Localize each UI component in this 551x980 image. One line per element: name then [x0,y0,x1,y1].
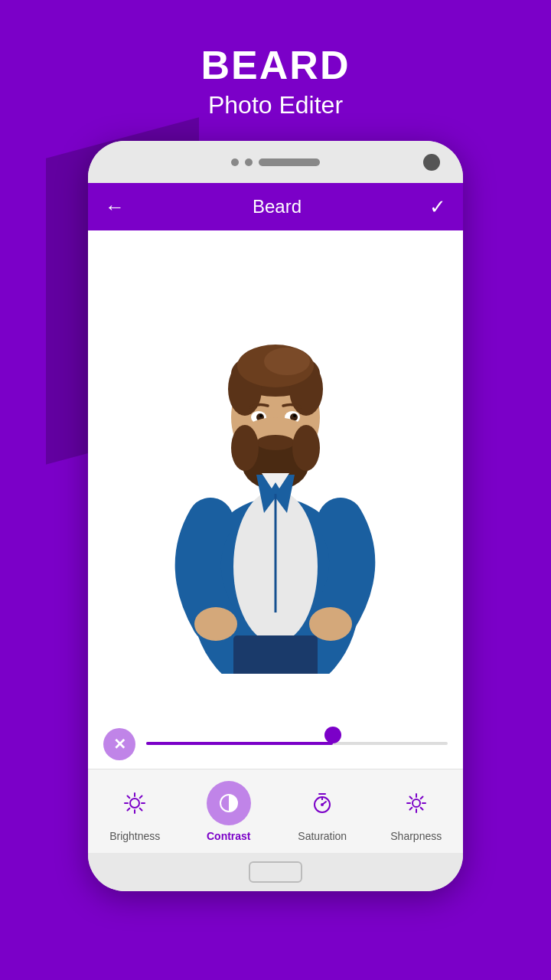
svg-point-14 [259,414,262,417]
tool-contrast[interactable]: Contrast [194,781,263,842]
contrast-label: Contrast [207,830,251,842]
app-content: ← Beard ✓ [88,183,463,853]
phone-speaker [259,158,320,166]
slider-fill [146,742,333,745]
svg-point-22 [194,607,237,641]
contrast-icon [217,792,240,815]
svg-line-47 [420,807,422,809]
back-button[interactable]: ← [105,195,125,219]
slider-track [146,742,448,745]
svg-point-15 [293,414,296,417]
svg-line-33 [140,795,142,798]
sharpness-icon [405,792,428,815]
slider-thumb[interactable] [324,727,341,743]
phone-mockup: ← Beard ✓ [88,141,463,891]
svg-line-46 [409,796,412,799]
svg-point-20 [231,425,259,471]
photo-area [88,230,463,719]
x-icon: ✕ [113,735,126,753]
svg-line-31 [128,795,130,798]
svg-point-21 [292,425,320,471]
confirm-button[interactable]: ✓ [429,195,446,219]
app-header-text: BEARD Photo Editer [201,42,350,119]
person-image [168,276,383,674]
app-subtitle: Photo Editer [201,91,350,119]
tool-brightness[interactable]: Brightness [100,781,169,842]
screen-title: Beard [253,196,302,217]
svg-point-41 [412,799,420,807]
app-title: BEARD [201,42,350,88]
sharpness-icon-wrap [394,781,439,825]
phone-bottom-bar [88,853,463,891]
svg-point-9 [264,348,310,375]
slider-cancel-button[interactable]: ✕ [103,728,135,760]
phone-home-button[interactable] [249,861,302,883]
sharpness-label: Sharpness [390,830,442,842]
brightness-icon-wrap [112,781,157,825]
slider-area: ✕ [88,719,463,769]
tool-sharpness[interactable]: Sharpness [382,781,451,842]
svg-line-32 [140,808,142,810]
saturation-icon [311,792,334,815]
svg-point-26 [130,799,139,808]
tool-saturation[interactable]: Saturation [288,781,357,842]
phone-speaker-area [231,158,320,166]
svg-point-40 [321,803,324,806]
app-toolbar: ← Beard ✓ [88,183,463,230]
phone-top-bar [88,141,463,183]
slider-container[interactable] [146,742,448,746]
svg-point-23 [309,607,352,641]
svg-line-49 [409,807,412,809]
phone-camera [423,154,440,171]
brightness-icon [123,792,146,815]
svg-line-48 [420,796,422,799]
saturation-label: Saturation [298,830,347,842]
phone-dot-1 [231,158,239,166]
svg-rect-25 [233,635,318,674]
contrast-icon-wrap [207,781,251,825]
phone-dot-2 [245,158,253,166]
brightness-label: Brightness [109,830,160,842]
bottom-toolbar: Brightness Contrast [88,769,463,853]
saturation-icon-wrap [300,781,344,825]
svg-line-34 [128,808,130,810]
svg-point-19 [256,435,295,450]
